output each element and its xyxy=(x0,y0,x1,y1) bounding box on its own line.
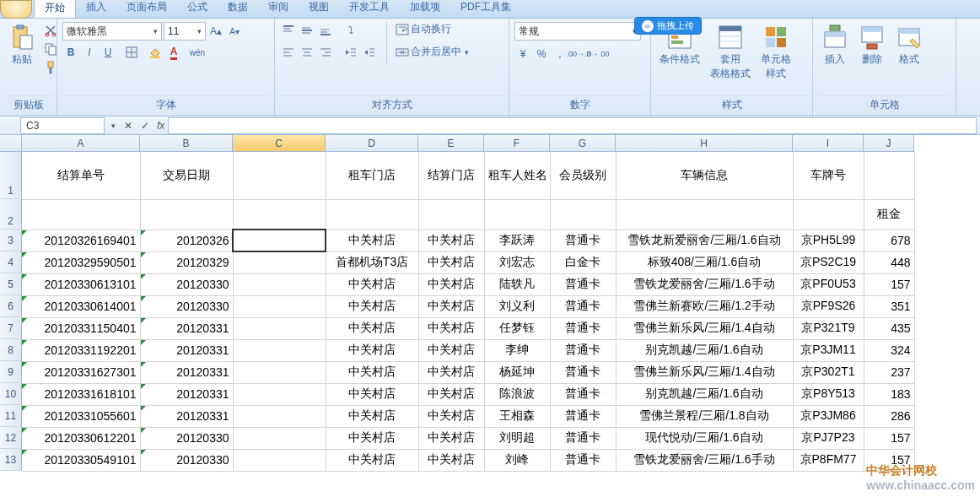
cell[interactable]: 中关村店 xyxy=(418,383,484,405)
cell[interactable]: 雪佛兰新赛欧/三厢/1.2手动 xyxy=(616,295,793,317)
name-box[interactable]: C3 xyxy=(20,117,105,134)
cell[interactable]: 李跃涛 xyxy=(484,230,550,251)
fill-color-button[interactable] xyxy=(147,44,164,61)
row-header-2[interactable]: 2 xyxy=(0,199,22,230)
cell[interactable]: 雪佛兰景程/三厢/1.8自动 xyxy=(616,405,793,427)
cell[interactable]: 京P8FM77 xyxy=(793,449,864,471)
cell[interactable]: 20120330 xyxy=(140,273,233,295)
format-painter-button[interactable] xyxy=(42,59,59,76)
indent-increase-button[interactable] xyxy=(361,44,378,61)
insert-cells-button[interactable]: 插入 xyxy=(818,22,852,68)
cell[interactable]: 雪佛兰新乐风/三厢/1.4自动 xyxy=(616,317,793,339)
align-bottom-button[interactable] xyxy=(317,22,334,39)
header-cell[interactable] xyxy=(550,199,616,230)
cells-area[interactable]: 结算单号交易日期租车门店结算门店租车人姓名会员级别车辆信息车牌号租金201203… xyxy=(22,152,915,472)
cell[interactable]: 中关村店 xyxy=(418,361,484,383)
paste-button[interactable]: 粘贴 xyxy=(5,22,39,68)
cell[interactable]: 678 xyxy=(864,230,914,251)
cell[interactable]: 刘明超 xyxy=(484,427,550,449)
name-box-dropdown[interactable]: ▾ xyxy=(106,122,120,130)
cell[interactable]: 京PF9S26 xyxy=(793,295,864,317)
cell[interactable] xyxy=(233,383,326,405)
cell[interactable]: 20120331 xyxy=(140,383,233,405)
cell[interactable]: 中关村店 xyxy=(418,317,484,339)
cell[interactable]: 普通卡 xyxy=(550,449,616,471)
cell[interactable] xyxy=(233,295,326,317)
cell[interactable]: 王相森 xyxy=(484,405,550,427)
number-format-combo[interactable]: 常规▾ xyxy=(514,22,641,41)
cell[interactable]: 别克凯越/三厢/1.6自动 xyxy=(616,383,793,405)
cell[interactable]: 中关村店 xyxy=(326,317,418,339)
cell[interactable]: 20120331055601 xyxy=(22,405,140,427)
cell[interactable]: 京P8Y513 xyxy=(793,383,864,405)
column-header-A[interactable]: A xyxy=(22,135,140,152)
cell[interactable]: 157 xyxy=(864,427,914,449)
header-cell[interactable]: 结算门店 xyxy=(418,152,484,199)
cell[interactable]: 普通卡 xyxy=(550,295,616,317)
cell[interactable]: 20120331192201 xyxy=(22,339,140,361)
row-header-10[interactable]: 10 xyxy=(0,383,22,405)
cell[interactable]: 任梦钰 xyxy=(484,317,550,339)
copy-button[interactable] xyxy=(42,41,59,57)
office-button[interactable] xyxy=(0,0,32,19)
cell[interactable]: 普通卡 xyxy=(550,317,616,339)
cell[interactable]: 现代悦动/三厢/1.6自动 xyxy=(616,427,793,449)
cell[interactable]: 雪佛兰新乐风/三厢/1.4自动 xyxy=(616,361,793,383)
cell[interactable]: 中关村店 xyxy=(326,230,418,251)
tab-开发工具[interactable]: 开发工具 xyxy=(339,0,400,18)
cell[interactable]: 杨延坤 xyxy=(484,361,550,383)
cell[interactable]: 中关村店 xyxy=(326,405,418,427)
cell[interactable]: 20120331627301 xyxy=(22,361,140,383)
header-cell[interactable] xyxy=(233,199,326,230)
cell[interactable]: 刘义利 xyxy=(484,295,550,317)
column-header-E[interactable]: E xyxy=(418,135,484,152)
upload-badge[interactable]: ∞ 拖拽上传 xyxy=(634,17,702,35)
tab-审阅[interactable]: 审阅 xyxy=(258,0,299,18)
cell[interactable]: 237 xyxy=(864,361,914,383)
header-cell[interactable]: 会员级别 xyxy=(550,152,616,199)
cell[interactable]: 中关村店 xyxy=(418,449,484,471)
cell[interactable] xyxy=(233,251,326,273)
header-cell[interactable]: 车牌号 xyxy=(793,152,864,199)
cancel-formula-button[interactable]: ✕ xyxy=(120,120,137,132)
row-header-7[interactable]: 7 xyxy=(0,317,22,339)
cell[interactable] xyxy=(233,361,326,383)
phonetic-button[interactable]: wén xyxy=(189,44,206,61)
cell[interactable]: 陆轶凡 xyxy=(484,273,550,295)
shrink-font-button[interactable]: A▾ xyxy=(226,23,243,40)
italic-button[interactable]: I xyxy=(81,44,98,61)
cell[interactable] xyxy=(233,427,326,449)
cell[interactable]: 普通卡 xyxy=(550,405,616,427)
cell[interactable] xyxy=(233,273,326,295)
column-header-F[interactable]: F xyxy=(484,135,550,152)
column-header-D[interactable]: D xyxy=(326,135,418,152)
cell[interactable]: 157 xyxy=(864,273,914,295)
column-header-J[interactable]: J xyxy=(864,135,914,152)
cell[interactable]: 刘宏志 xyxy=(484,251,550,273)
merge-center-button[interactable]: 合并后居中▾ xyxy=(396,45,469,59)
column-header-G[interactable]: G xyxy=(550,135,616,152)
row-header-9[interactable]: 9 xyxy=(0,361,22,383)
column-header-B[interactable]: B xyxy=(140,135,233,152)
cell[interactable]: 20120326 xyxy=(140,230,233,251)
cell[interactable]: 中关村店 xyxy=(418,273,484,295)
enter-formula-button[interactable]: ✓ xyxy=(137,120,153,132)
align-middle-button[interactable] xyxy=(299,22,315,39)
cell[interactable]: 标致408/三厢/1.6自动 xyxy=(616,251,793,273)
grow-font-button[interactable]: A▴ xyxy=(207,23,224,40)
indent-decrease-button[interactable] xyxy=(342,44,359,61)
cell[interactable]: 20120330 xyxy=(140,427,233,449)
border-button[interactable] xyxy=(123,44,140,61)
row-header-8[interactable]: 8 xyxy=(0,339,22,361)
align-right-button[interactable] xyxy=(317,44,334,61)
header-cell[interactable] xyxy=(22,199,140,230)
align-left-button[interactable] xyxy=(280,44,297,61)
tab-加载项[interactable]: 加载项 xyxy=(400,0,450,18)
cell[interactable]: 京P3JM11 xyxy=(793,339,864,361)
header-cell[interactable] xyxy=(140,199,233,230)
cell[interactable]: 20120330613101 xyxy=(22,273,140,295)
cell[interactable] xyxy=(233,405,326,427)
cell[interactable]: 中关村店 xyxy=(418,339,484,361)
header-cell[interactable] xyxy=(793,199,864,230)
cell-style-button[interactable]: 单元格 样式 xyxy=(757,22,794,83)
